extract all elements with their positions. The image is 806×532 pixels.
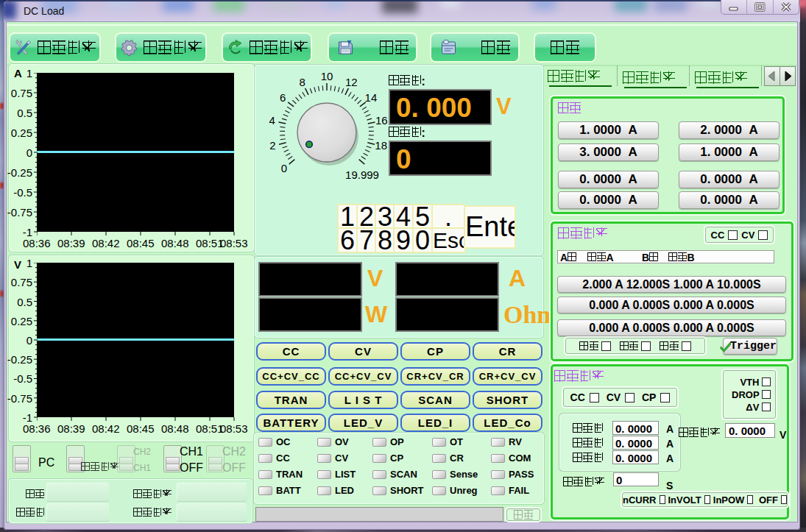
- svg-text:18: 18: [375, 139, 387, 152]
- svg-text:16: 16: [375, 114, 388, 127]
- svg-text:12: 12: [345, 76, 358, 88]
- svg-text:8: 8: [300, 76, 305, 88]
- svg-text:4: 4: [269, 114, 275, 127]
- svg-text:14: 14: [365, 91, 378, 104]
- svg-text:0: 0: [281, 162, 287, 174]
- svg-text:2: 2: [269, 139, 275, 152]
- svg-text:19.999: 19.999: [345, 169, 379, 181]
- svg-text:6: 6: [280, 91, 286, 104]
- svg-text:10: 10: [321, 70, 333, 82]
